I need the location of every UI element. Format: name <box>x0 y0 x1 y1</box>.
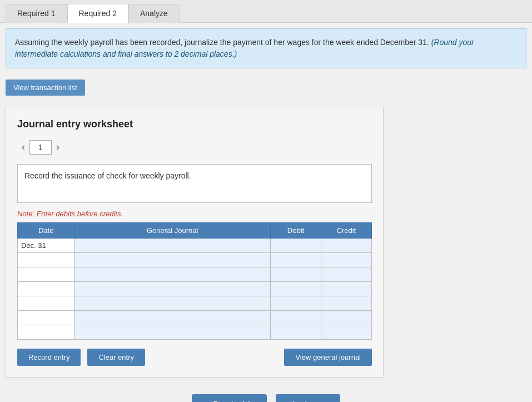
credit-cell[interactable] <box>321 253 372 267</box>
journal-input[interactable] <box>74 296 270 310</box>
worksheet-title: Journal entry worksheet <box>17 118 372 130</box>
instruction-main-text: Assuming the weekly payroll has been rec… <box>15 38 429 47</box>
date-cell <box>18 296 74 311</box>
table-row <box>18 267 372 282</box>
credit-input[interactable] <box>321 239 371 252</box>
journal-table: Date General Journal Debit Credit Dec. 3… <box>17 222 372 340</box>
worksheet-container: Journal entry worksheet ‹ 1 › Record the… <box>6 107 384 378</box>
debit-input[interactable] <box>271 253 321 267</box>
prev-arrow-icon: ‹ <box>207 400 210 402</box>
journal-cell[interactable] <box>74 296 271 311</box>
bottom-nav: ‹ Required 1 Analyze › <box>0 394 532 402</box>
entry-description: Record the issuance of check for weekly … <box>17 164 372 203</box>
view-transaction-button[interactable]: View transaction list <box>6 80 85 96</box>
debit-input[interactable] <box>271 296 321 310</box>
credit-input[interactable] <box>321 325 371 339</box>
clear-entry-button[interactable]: Clear entry <box>87 349 145 366</box>
col-header-credit: Credit <box>321 223 372 239</box>
tab-bar: Required 1 Required 2 Analyze <box>0 0 532 23</box>
nav-next-button[interactable]: Analyze › <box>276 394 340 402</box>
debit-input[interactable] <box>271 325 321 339</box>
credit-cell[interactable] <box>321 282 372 296</box>
journal-input[interactable] <box>74 253 270 267</box>
page-number: 1 <box>29 140 52 155</box>
journal-cell[interactable] <box>74 325 271 340</box>
debit-cell[interactable] <box>271 325 321 340</box>
date-cell <box>18 267 74 282</box>
nav-controls: ‹ 1 › <box>17 139 372 155</box>
debit-input[interactable] <box>271 282 321 296</box>
date-cell <box>18 253 74 267</box>
credit-cell[interactable] <box>321 296 372 311</box>
tab-analyze[interactable]: Analyze <box>128 4 180 23</box>
debit-cell[interactable] <box>271 267 321 282</box>
table-row <box>18 296 372 311</box>
note-text: Note: Enter debits before credits. <box>17 210 372 218</box>
journal-input[interactable] <box>74 239 270 252</box>
nav-prev-button[interactable]: ‹ Required 1 <box>192 394 267 402</box>
date-cell: Dec. 31 <box>18 239 74 253</box>
debit-input[interactable] <box>271 267 321 281</box>
table-row <box>18 282 372 296</box>
debit-input[interactable] <box>271 239 321 252</box>
table-row <box>18 325 372 340</box>
col-header-date: Date <box>18 223 74 239</box>
nav-prev-label: Required 1 <box>213 400 251 402</box>
table-row: Dec. 31 <box>18 239 372 253</box>
prev-page-button[interactable]: ‹ <box>17 139 29 155</box>
instruction-box: Assuming the weekly payroll has been rec… <box>6 28 526 68</box>
debit-cell[interactable] <box>271 282 321 296</box>
col-header-journal: General Journal <box>74 223 271 239</box>
date-cell <box>18 311 74 325</box>
credit-input[interactable] <box>321 311 371 325</box>
debit-cell[interactable] <box>271 296 321 311</box>
journal-input[interactable] <box>74 325 270 339</box>
credit-cell[interactable] <box>321 311 372 325</box>
debit-input[interactable] <box>271 311 321 325</box>
journal-cell[interactable] <box>74 239 271 253</box>
debit-cell[interactable] <box>271 239 321 253</box>
credit-cell[interactable] <box>321 239 372 253</box>
date-cell <box>18 325 74 340</box>
debit-cell[interactable] <box>271 311 321 325</box>
next-page-button[interactable]: › <box>52 139 64 155</box>
next-arrow-icon: › <box>322 400 325 402</box>
credit-input[interactable] <box>321 253 371 267</box>
journal-cell[interactable] <box>74 282 271 296</box>
journal-cell[interactable] <box>74 253 271 267</box>
journal-input[interactable] <box>74 282 270 296</box>
debit-cell[interactable] <box>271 253 321 267</box>
credit-input[interactable] <box>321 267 371 281</box>
credit-cell[interactable] <box>321 267 372 282</box>
table-row <box>18 311 372 325</box>
view-general-journal-button[interactable]: View general journal <box>284 349 372 366</box>
date-cell <box>18 282 74 296</box>
credit-input[interactable] <box>321 282 371 296</box>
tab-required1[interactable]: Required 1 <box>6 4 67 23</box>
journal-cell[interactable] <box>74 311 271 325</box>
credit-input[interactable] <box>321 296 371 310</box>
journal-input[interactable] <box>74 267 270 281</box>
journal-input[interactable] <box>74 311 270 325</box>
credit-cell[interactable] <box>321 325 372 340</box>
action-buttons: Record entry Clear entry View general jo… <box>17 349 372 366</box>
nav-next-label: Analyze <box>291 400 319 402</box>
col-header-debit: Debit <box>271 223 321 239</box>
tab-required2[interactable]: Required 2 <box>67 4 129 23</box>
record-entry-button[interactable]: Record entry <box>17 349 81 366</box>
journal-cell[interactable] <box>74 267 271 282</box>
table-row <box>18 253 372 267</box>
